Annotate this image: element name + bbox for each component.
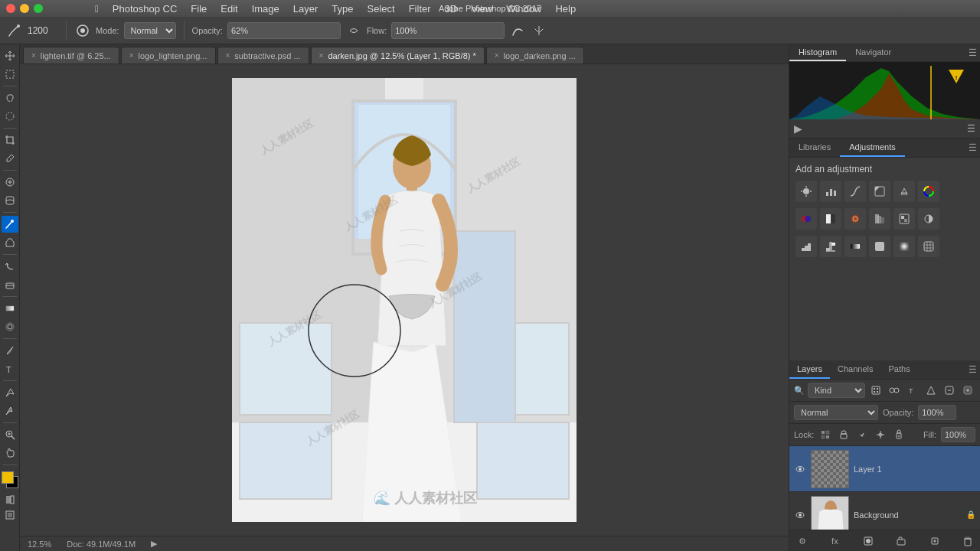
tab-close-darken[interactable]: × bbox=[319, 51, 324, 60]
lock-transparent-btn[interactable] bbox=[818, 428, 832, 442]
close-button[interactable] bbox=[6, 4, 15, 13]
arrow-icon[interactable]: ▶ bbox=[151, 539, 157, 549]
brush-preset-icon[interactable] bbox=[74, 22, 91, 39]
adj-gradientmap-btn[interactable] bbox=[844, 236, 866, 257]
mode-select[interactable]: Normal Multiply Screen Overlay Darken Li… bbox=[124, 22, 176, 39]
symmetry-icon[interactable] bbox=[531, 22, 547, 39]
adj-gradient2-btn[interactable] bbox=[893, 236, 915, 257]
marquee-tool[interactable] bbox=[2, 66, 18, 83]
panel-menu2-icon[interactable]: ☰ bbox=[967, 123, 975, 134]
layers-panel-menu-icon[interactable]: ☰ bbox=[969, 364, 977, 375]
tab-navigator[interactable]: Navigator bbox=[846, 44, 900, 61]
kind-select[interactable]: Kind Name Effect Mode bbox=[808, 383, 865, 398]
fill-input[interactable] bbox=[941, 427, 975, 442]
adj-colorbalance-btn[interactable] bbox=[795, 208, 817, 230]
smoothing-icon[interactable] bbox=[509, 22, 526, 39]
adj-channel-btn[interactable] bbox=[869, 208, 890, 230]
tab-paths[interactable]: Paths bbox=[881, 360, 918, 379]
patch-tool[interactable] bbox=[2, 192, 18, 209]
tab-lighten-tif[interactable]: × lighten.tif @ 6.25... bbox=[23, 47, 119, 64]
opacity-input[interactable] bbox=[227, 22, 341, 39]
add-mask-btn[interactable] bbox=[861, 533, 876, 549]
menu-filter[interactable]: Filter bbox=[403, 3, 437, 15]
lock-image-btn[interactable] bbox=[837, 428, 851, 442]
filter-shape-btn[interactable] bbox=[923, 383, 939, 398]
lock-position-btn[interactable] bbox=[874, 428, 887, 442]
brush-tool-icon[interactable] bbox=[6, 22, 23, 39]
layer-bg-visibility[interactable] bbox=[794, 509, 806, 521]
tab-histogram[interactable]: Histogram bbox=[789, 44, 846, 61]
flow-input[interactable] bbox=[391, 22, 505, 39]
tab-subtractive[interactable]: × subtractive.psd ... bbox=[217, 47, 309, 64]
adj-posterize-btn[interactable] bbox=[795, 236, 817, 257]
minimize-button[interactable] bbox=[20, 4, 29, 13]
adj-panel-menu-icon[interactable]: ☰ bbox=[969, 142, 977, 153]
layer-1-visibility[interactable] bbox=[794, 463, 806, 475]
adj-vibrance-btn[interactable] bbox=[893, 181, 915, 202]
direct-selection-tool[interactable] bbox=[2, 403, 18, 419]
history-brush[interactable] bbox=[2, 258, 18, 275]
menu-layer[interactable]: Layer bbox=[287, 3, 325, 15]
delete-layer-btn[interactable] bbox=[960, 533, 975, 549]
menu-type[interactable]: Type bbox=[325, 3, 359, 15]
adj-exposure-btn[interactable] bbox=[869, 181, 890, 202]
nav-play-icon[interactable]: ▶ bbox=[794, 122, 802, 135]
filter-smart-btn[interactable] bbox=[942, 383, 957, 398]
tab-close-subtractive[interactable]: × bbox=[226, 51, 230, 60]
stamp-tool[interactable] bbox=[2, 234, 18, 251]
layer-item-background[interactable]: Background 🔒 bbox=[789, 492, 980, 530]
tab-darken-jpg[interactable]: × darken.jpg @ 12.5% (Layer 1, RGB/8) * bbox=[311, 47, 485, 64]
menu-edit[interactable]: Edit bbox=[214, 3, 243, 15]
airbrush-icon[interactable] bbox=[345, 22, 362, 39]
filter-type-btn[interactable]: T bbox=[905, 383, 920, 398]
color-swatches[interactable] bbox=[2, 471, 18, 488]
eyedropper-tool[interactable] bbox=[2, 150, 18, 167]
filter-on-btn[interactable] bbox=[960, 383, 975, 398]
brush-tool[interactable] bbox=[2, 216, 18, 233]
menu-image[interactable]: Image bbox=[246, 3, 286, 15]
layer-item-1[interactable]: Layer 1 bbox=[789, 446, 980, 492]
zoom-tool[interactable] bbox=[2, 426, 18, 443]
menu-file[interactable]: File bbox=[185, 3, 213, 15]
blend-mode-select[interactable]: Normal Dissolve Multiply Screen Overlay … bbox=[794, 405, 878, 420]
tab-logo-lighten[interactable]: × logo_lighten.png... bbox=[121, 47, 216, 64]
adj-solidcolor-btn[interactable] bbox=[869, 236, 890, 257]
adj-bw-btn[interactable] bbox=[820, 208, 841, 230]
adj-photofilter-btn[interactable] bbox=[844, 208, 866, 230]
adj-huesat-btn[interactable] bbox=[918, 181, 939, 202]
lasso-tool[interactable] bbox=[2, 90, 18, 106]
gradient-tool[interactable] bbox=[2, 300, 18, 317]
canvas-content[interactable]: 人人素材社区 人人素材社区 人人素材社区 人人素材社区 人人素材社区 人人素材社… bbox=[232, 78, 577, 522]
hand-tool[interactable] bbox=[2, 445, 18, 461]
healing-tool[interactable] bbox=[2, 174, 18, 191]
tab-adjustments[interactable]: Adjustments bbox=[840, 139, 905, 157]
menu-help[interactable]: Help bbox=[549, 3, 582, 15]
adj-curves-btn[interactable] bbox=[844, 181, 866, 202]
move-tool[interactable] bbox=[2, 47, 18, 64]
foreground-color-swatch[interactable] bbox=[2, 471, 14, 484]
lock-artboard-btn[interactable] bbox=[855, 428, 869, 442]
tab-close-logo-darken[interactable]: × bbox=[495, 51, 499, 60]
create-layer-btn[interactable] bbox=[927, 533, 942, 549]
adj-threshold-btn[interactable] bbox=[820, 236, 841, 257]
adj-brightness-btn[interactable] bbox=[795, 181, 817, 202]
tab-logo-darken[interactable]: × logo_darken.png ... bbox=[486, 47, 584, 64]
blur-tool[interactable] bbox=[2, 318, 18, 335]
layer-opacity-input[interactable] bbox=[918, 405, 956, 420]
adj-colorlookup-btn[interactable] bbox=[893, 208, 915, 230]
lock-all-btn[interactable] bbox=[892, 428, 906, 442]
type-tool[interactable]: T bbox=[2, 360, 18, 377]
path-selection-tool[interactable] bbox=[2, 384, 18, 401]
adj-invert-btn[interactable] bbox=[918, 208, 939, 230]
filter-adjust-btn[interactable] bbox=[887, 383, 902, 398]
menu-select[interactable]: Select bbox=[361, 3, 401, 15]
screen-mode-btn[interactable] bbox=[3, 508, 17, 522]
tab-libraries[interactable]: Libraries bbox=[789, 139, 840, 157]
tab-channels[interactable]: Channels bbox=[830, 360, 880, 379]
pen-tool[interactable] bbox=[2, 342, 18, 359]
ellipse-tool[interactable] bbox=[2, 108, 18, 125]
link-layers-btn[interactable] bbox=[794, 533, 809, 549]
menu-photoshop[interactable]: Photoshop CC bbox=[106, 3, 184, 15]
eraser-tool[interactable] bbox=[2, 276, 18, 293]
tab-close-logo-lighten[interactable]: × bbox=[129, 51, 134, 60]
